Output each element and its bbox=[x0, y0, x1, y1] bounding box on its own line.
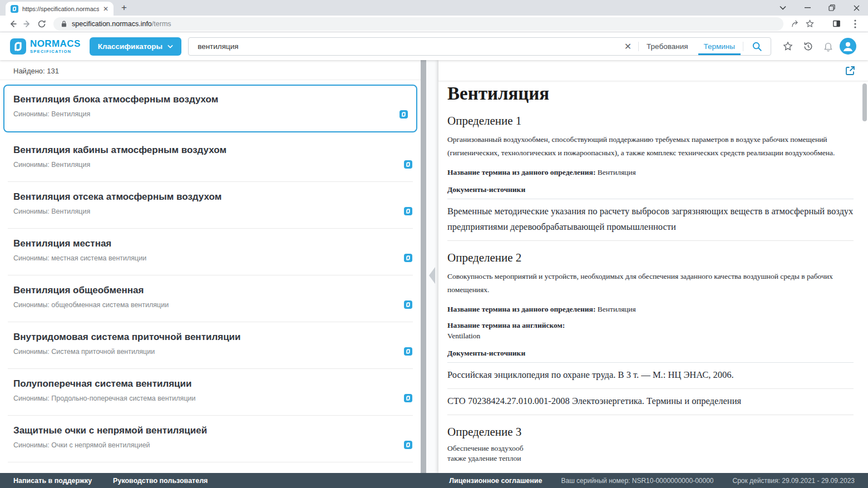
refresh-icon[interactable] bbox=[34, 17, 49, 31]
term-title: Система приточной вентиляции bbox=[13, 471, 407, 472]
normacs-item-icon[interactable] bbox=[404, 441, 412, 449]
minimize-icon[interactable] bbox=[803, 7, 811, 8]
tab-title: https://specification.normacs.info bbox=[22, 6, 99, 12]
main-content: Найдено: 131 Вентиляция блока атмосферны… bbox=[0, 60, 868, 473]
source-docs-label: Документы-источники bbox=[447, 185, 854, 199]
forward-icon[interactable] bbox=[20, 17, 34, 31]
term-synonyms: Синонимы: Вентиляция bbox=[13, 110, 407, 118]
detail-scrollbar[interactable] bbox=[862, 83, 867, 121]
tab-requirements[interactable]: Требования bbox=[639, 38, 696, 55]
results-count: Найдено: 131 bbox=[0, 60, 421, 80]
term-title: Вентиляция блока атмосферным воздухом bbox=[13, 94, 407, 105]
list-item[interactable]: Вентиляция отсека атмосферным воздухом С… bbox=[0, 181, 421, 228]
list-item-selected[interactable]: Вентиляция блока атмосферным воздухом Си… bbox=[3, 85, 417, 132]
definition-heading: Определение 3 bbox=[447, 425, 854, 439]
source-doc-link[interactable]: Временные методические указания по расче… bbox=[447, 199, 854, 240]
validity-period: Срок действия: 29.09.2021 - 29.09.2023 bbox=[733, 477, 855, 485]
history-icon[interactable] bbox=[798, 37, 818, 56]
detail-term-title: Вентиляция bbox=[447, 83, 854, 104]
left-panel-scrollbar[interactable] bbox=[421, 60, 426, 473]
definition-body: Организованный воздухообмен, способствую… bbox=[447, 133, 854, 160]
search-submit-icon[interactable] bbox=[743, 38, 771, 55]
lock-icon bbox=[61, 20, 67, 27]
favicon-normacs-icon bbox=[11, 5, 18, 13]
term-synonyms: Синонимы: общеобменная система вентиляци… bbox=[13, 301, 407, 309]
normacs-item-icon[interactable] bbox=[404, 347, 412, 356]
normacs-item-icon[interactable] bbox=[404, 160, 412, 169]
collapse-panel-icon[interactable] bbox=[429, 267, 435, 284]
side-panel-icon[interactable] bbox=[829, 17, 844, 31]
url-host: specification.normacs.info bbox=[72, 20, 152, 28]
partial-text-line: также удаление теплои bbox=[447, 454, 854, 464]
term-name-label: Название термина из данного определения: bbox=[447, 305, 595, 313]
clear-search-icon[interactable]: ✕ bbox=[618, 38, 638, 55]
kebab-menu-icon[interactable] bbox=[848, 17, 862, 31]
panel-gutter bbox=[426, 60, 438, 473]
term-synonyms: Синонимы: Система приточной вентиляции bbox=[13, 348, 407, 356]
list-item-partial[interactable]: Система приточной вентиляции bbox=[0, 462, 421, 472]
close-window-icon[interactable] bbox=[852, 5, 860, 11]
term-name-value: Вентиляция bbox=[598, 305, 636, 313]
classifiers-label: Классификаторы bbox=[98, 42, 162, 51]
normacs-item-icon[interactable] bbox=[404, 300, 412, 309]
detail-toolbar bbox=[438, 60, 868, 81]
english-term-value: Ventilation bbox=[447, 332, 854, 341]
term-synonyms: Синонимы: Продольно-поперечная система в… bbox=[13, 395, 407, 402]
divider bbox=[447, 240, 854, 241]
list-item[interactable]: Защитные очки с непрямой вентиляцией Син… bbox=[0, 415, 421, 462]
url-bar[interactable]: specification.normacs.info/terms bbox=[53, 17, 783, 31]
definition-body: Совокупность мероприятий и устройств, не… bbox=[447, 270, 854, 297]
site-header: NORMACS SPECIFICATION Классификаторы ✕ Т… bbox=[0, 32, 868, 60]
list-item[interactable]: Внутридомовая система приточной вентиляц… bbox=[0, 322, 421, 368]
new-tab-button[interactable]: + bbox=[117, 1, 131, 15]
source-doc-link[interactable]: СТО 70238424.27.010.001-2008 Электоэнерг… bbox=[447, 388, 854, 415]
detail-panel: Вентиляция Определение 1 Организованный … bbox=[438, 60, 868, 473]
notifications-bell-icon[interactable] bbox=[818, 37, 838, 56]
normacs-logo[interactable]: NORMACS SPECIFICATION bbox=[10, 38, 81, 55]
results-panel: Найдено: 131 Вентиляция блока атмосферны… bbox=[0, 60, 421, 473]
results-list: Вентиляция блока атмосферным воздухом Си… bbox=[0, 80, 421, 473]
user-guide-link[interactable]: Руководство пользователя bbox=[113, 477, 208, 485]
footer: Написать в поддержку Руководство пользов… bbox=[0, 473, 868, 488]
normacs-item-icon[interactable] bbox=[404, 254, 412, 262]
favorites-star-icon[interactable] bbox=[778, 37, 798, 56]
support-link[interactable]: Написать в поддержку bbox=[13, 477, 92, 485]
search-box: ✕ Требования Термины bbox=[188, 37, 771, 56]
classifiers-button[interactable]: Классификаторы bbox=[90, 37, 181, 56]
restore-icon[interactable] bbox=[828, 4, 836, 11]
list-item[interactable]: Полупоперечная система вентиляции Синони… bbox=[0, 368, 421, 415]
divider bbox=[447, 415, 854, 415]
list-item[interactable]: Вентиляция кабины атмосферным воздухом С… bbox=[0, 135, 421, 181]
term-name-value: Вентиляция bbox=[598, 168, 636, 176]
english-term-label: Название термина на английском: bbox=[447, 321, 854, 330]
tab-terms[interactable]: Термины bbox=[696, 38, 743, 55]
window-controls bbox=[779, 0, 860, 16]
browser-toolbar: specification.normacs.info/terms bbox=[0, 16, 868, 32]
definition-heading: Определение 2 bbox=[447, 251, 854, 265]
tab-search-chevron-icon[interactable] bbox=[779, 6, 787, 10]
url-path: /terms bbox=[152, 20, 171, 28]
normacs-item-icon[interactable] bbox=[404, 394, 412, 402]
source-docs-label: Документы-источники bbox=[447, 349, 854, 363]
term-title: Полупоперечная система вентиляции bbox=[13, 378, 407, 390]
list-item[interactable]: Вентиляция местная Синонимы: местная сис… bbox=[0, 228, 421, 275]
normacs-item-icon[interactable] bbox=[400, 110, 408, 119]
term-synonyms: Синонимы: Вентиляция bbox=[13, 161, 407, 169]
list-item[interactable]: Вентиляция общеобменная Синонимы: общеоб… bbox=[0, 275, 421, 322]
back-icon[interactable] bbox=[6, 17, 20, 31]
partial-text-line: Обеспечение воздухооб bbox=[447, 443, 854, 454]
term-title: Вентиляция кабины атмосферным воздухом bbox=[13, 145, 407, 156]
browser-tab[interactable]: https://specification.normacs.info ✕ bbox=[6, 2, 114, 16]
normacs-item-icon[interactable] bbox=[404, 207, 412, 215]
tab-close-icon[interactable]: ✕ bbox=[103, 5, 108, 13]
bookmark-star-icon[interactable] bbox=[802, 17, 817, 31]
license-agreement-link[interactable]: Лицензионное соглашение bbox=[449, 477, 542, 485]
share-icon[interactable] bbox=[788, 17, 802, 31]
open-external-icon[interactable] bbox=[845, 65, 856, 76]
browser-tab-strip: https://specification.normacs.info ✕ + bbox=[0, 0, 868, 16]
source-doc-link[interactable]: Российская энциклопедия по охране труда.… bbox=[447, 363, 854, 388]
avatar[interactable] bbox=[838, 37, 858, 56]
serial-number: Ваш серийный номер: NSR10-0000000000-000… bbox=[561, 477, 713, 485]
term-title: Вентиляция отсека атмосферным воздухом bbox=[13, 191, 407, 203]
search-input[interactable] bbox=[189, 38, 618, 55]
